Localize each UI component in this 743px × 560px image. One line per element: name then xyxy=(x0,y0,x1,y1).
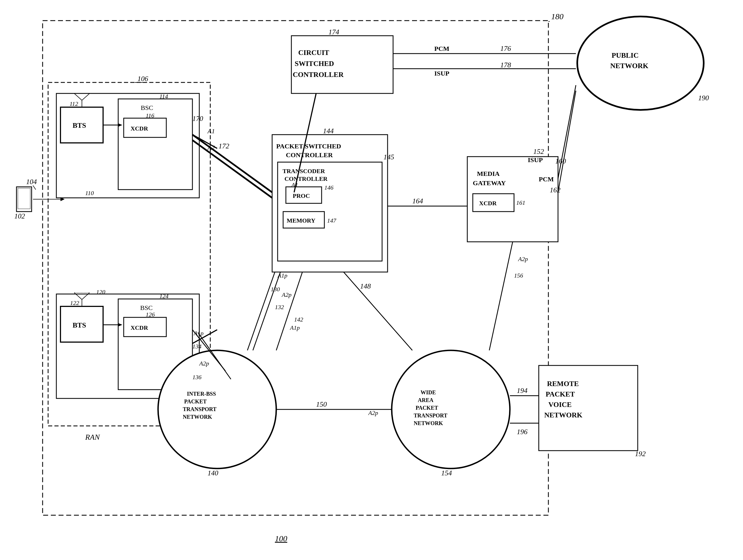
svg-text:A2: A2 xyxy=(207,144,215,151)
svg-text:CONTROLLER: CONTROLLER xyxy=(293,71,344,79)
svg-text:NETWORK: NETWORK xyxy=(183,414,212,420)
svg-text:156: 156 xyxy=(514,272,523,279)
svg-text:A1: A1 xyxy=(291,181,298,188)
svg-text:TRANSPORT: TRANSPORT xyxy=(414,412,447,418)
svg-text:176: 176 xyxy=(500,45,511,52)
svg-text:CONTROLLER: CONTROLLER xyxy=(286,151,333,158)
svg-text:XCDR: XCDR xyxy=(131,125,148,132)
svg-text:BTS: BTS xyxy=(73,321,86,329)
diagram: 180 RAN 106 BS BTS 112 BSC 114 XCDR 116 … xyxy=(0,0,743,560)
svg-text:ISUP: ISUP xyxy=(528,156,543,164)
svg-text:145: 145 xyxy=(384,153,394,161)
svg-text:XCDR: XCDR xyxy=(479,200,497,206)
svg-text:104: 104 xyxy=(26,178,37,186)
svg-text:WIDE: WIDE xyxy=(421,389,436,395)
svg-text:146: 146 xyxy=(324,184,334,191)
svg-text:TRANSCODER: TRANSCODER xyxy=(282,168,325,175)
svg-text:INTER-BSS: INTER-BSS xyxy=(187,391,216,397)
svg-text:150: 150 xyxy=(316,400,327,408)
svg-text:PCM: PCM xyxy=(539,176,554,183)
svg-text:CIRCUIT: CIRCUIT xyxy=(298,49,329,57)
svg-text:XCDR: XCDR xyxy=(131,324,148,331)
svg-text:126: 126 xyxy=(146,311,155,318)
svg-text:BSC: BSC xyxy=(140,304,152,311)
svg-text:174: 174 xyxy=(329,28,339,36)
svg-text:BSC: BSC xyxy=(141,104,153,111)
svg-text:154: 154 xyxy=(441,469,452,477)
svg-text:142: 142 xyxy=(294,316,303,323)
svg-text:144: 144 xyxy=(323,127,334,135)
svg-text:PACKET: PACKET xyxy=(545,390,575,398)
svg-text:112: 112 xyxy=(70,100,78,107)
svg-text:106: 106 xyxy=(137,75,148,83)
svg-text:116: 116 xyxy=(146,112,154,119)
svg-text:114: 114 xyxy=(160,93,168,100)
svg-text:192: 192 xyxy=(635,450,646,458)
svg-text:120: 120 xyxy=(96,288,105,295)
svg-rect-13 xyxy=(118,99,192,190)
svg-text:SWITCHED: SWITCHED xyxy=(295,60,334,67)
svg-text:110: 110 xyxy=(85,190,94,196)
svg-text:GATEWAY: GATEWAY xyxy=(473,179,506,187)
svg-text:190: 190 xyxy=(698,94,709,102)
svg-point-63 xyxy=(158,351,276,468)
svg-text:NETWORK: NETWORK xyxy=(610,62,648,70)
svg-text:A2p: A2p xyxy=(368,409,378,416)
svg-text:A1p: A1p xyxy=(290,324,300,331)
svg-text:172: 172 xyxy=(219,142,229,150)
svg-text:178: 178 xyxy=(500,61,511,69)
svg-text:NETWORK: NETWORK xyxy=(544,411,582,419)
svg-text:ISUP: ISUP xyxy=(434,70,449,77)
svg-text:148: 148 xyxy=(360,282,371,290)
svg-text:140: 140 xyxy=(208,469,218,477)
svg-text:RAN: RAN xyxy=(85,433,100,441)
svg-text:PROC: PROC xyxy=(293,192,310,199)
svg-text:161: 161 xyxy=(516,199,525,206)
svg-text:194: 194 xyxy=(517,387,527,394)
svg-point-69 xyxy=(392,351,510,468)
svg-text:170: 170 xyxy=(192,114,203,123)
svg-text:152: 152 xyxy=(533,148,544,155)
svg-text:136: 136 xyxy=(192,374,202,381)
svg-text:122: 122 xyxy=(70,299,79,307)
svg-text:196: 196 xyxy=(517,428,527,436)
svg-text:134: 134 xyxy=(192,343,202,350)
svg-text:A2p: A2p xyxy=(518,255,528,263)
svg-text:PUBLIC: PUBLIC xyxy=(612,51,639,59)
svg-text:REMOTE: REMOTE xyxy=(547,380,579,388)
svg-text:147: 147 xyxy=(327,217,337,224)
svg-text:162: 162 xyxy=(550,186,561,194)
svg-text:MEMORY: MEMORY xyxy=(287,217,315,224)
svg-text:A1: A1 xyxy=(207,128,215,135)
svg-text:164: 164 xyxy=(412,197,423,205)
svg-text:PACKET SWITCHED: PACKET SWITCHED xyxy=(276,143,341,150)
svg-rect-83 xyxy=(18,188,30,209)
svg-text:A2p: A2p xyxy=(281,291,291,298)
svg-text:PACKET: PACKET xyxy=(184,399,207,405)
svg-text:PACKET: PACKET xyxy=(416,405,438,411)
svg-text:100: 100 xyxy=(275,534,287,543)
svg-text:124: 124 xyxy=(160,293,169,299)
svg-text:BTS: BTS xyxy=(73,122,86,129)
svg-text:PCM: PCM xyxy=(434,45,449,52)
svg-text:180: 180 xyxy=(551,12,564,21)
svg-text:102: 102 xyxy=(14,212,25,220)
svg-text:AREA: AREA xyxy=(418,397,434,403)
svg-text:132: 132 xyxy=(275,304,284,311)
svg-text:A2p: A2p xyxy=(199,360,209,367)
svg-text:VOICE: VOICE xyxy=(549,401,572,409)
svg-text:CONTROLLER: CONTROLLER xyxy=(285,175,328,182)
svg-text:NETWORK: NETWORK xyxy=(414,420,443,426)
svg-text:MEDIA: MEDIA xyxy=(477,170,500,177)
svg-text:TRANSPORT: TRANSPORT xyxy=(183,406,217,412)
